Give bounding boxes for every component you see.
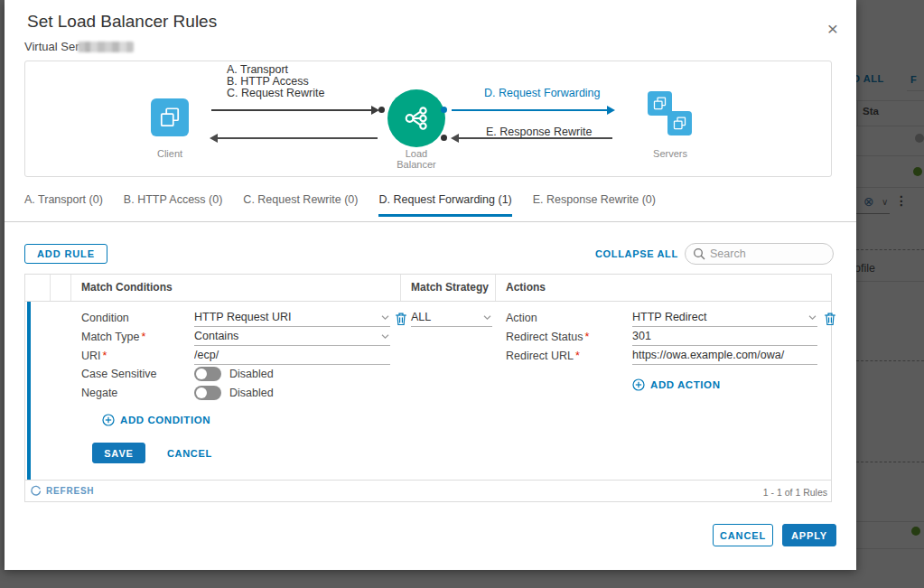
search-input[interactable] <box>710 247 818 260</box>
add-condition-button[interactable]: ADD CONDITION <box>102 414 210 426</box>
ingress-dot <box>378 107 385 113</box>
forwarding-label: D. Request Forwarding <box>484 87 601 99</box>
toggle-knob <box>196 387 207 398</box>
expanded-row-indicator <box>27 302 31 480</box>
tab-transport[interactable]: A. Transport (0) <box>24 193 103 217</box>
required-marker: * <box>141 331 145 343</box>
column-header-match-strategy: Match Strategy <box>411 281 489 294</box>
case-sensitive-toggle[interactable] <box>194 367 221 381</box>
required-marker: * <box>584 331 589 343</box>
chevron-down-icon <box>380 333 390 340</box>
action-label: Action <box>506 312 537 324</box>
client-request-arrow <box>211 109 371 111</box>
close-icon[interactable]: × <box>827 19 838 38</box>
chevron-down-icon <box>380 314 390 321</box>
required-marker: * <box>575 350 580 362</box>
chevron-down-icon <box>807 314 817 321</box>
response-dot <box>441 135 447 141</box>
forwarding-arrow <box>452 109 607 111</box>
column-header-match-conditions: Match Conditions <box>81 281 173 294</box>
grid-row-divider <box>25 480 831 481</box>
grid-header-divider <box>25 301 831 302</box>
search-box <box>685 243 834 265</box>
search-icon <box>693 247 705 260</box>
uri-label: URI* <box>81 350 107 362</box>
column-header-actions: Actions <box>506 281 546 294</box>
delete-action-trash-icon[interactable] <box>824 312 836 326</box>
client-icon <box>151 98 189 136</box>
dialog-cancel-button[interactable]: CANCEL <box>713 524 773 546</box>
plus-circle-icon <box>102 414 115 426</box>
match-type-select[interactable]: Contains <box>194 327 390 346</box>
add-rule-button[interactable]: ADD RULE <box>24 244 107 264</box>
collapse-all-button[interactable]: COLLAPSE ALL <box>595 248 678 259</box>
plus-circle-icon <box>632 378 645 391</box>
tab-http-access[interactable]: B. HTTP Access (0) <box>124 193 223 217</box>
screen: D ALL F Sta ⊗ ∨ ⋮ ofile Set Load Balance… <box>0 0 924 588</box>
tab-request-rewrite[interactable]: C. Request Rewrite (0) <box>243 193 358 217</box>
refresh-icon <box>30 485 42 497</box>
refresh-button[interactable]: REFRESH <box>30 485 94 497</box>
grid-item-count: 1 - 1 of 1 Rules <box>763 487 827 498</box>
server-icon <box>667 111 692 135</box>
negate-state: Disabled <box>229 387 274 399</box>
tab-request-forwarding[interactable]: D. Request Forwarding (1) <box>378 193 511 217</box>
grid-col-sep <box>400 275 401 301</box>
case-sensitive-state: Disabled <box>229 368 274 380</box>
grid-col-sep <box>70 275 71 301</box>
match-strategy-select[interactable]: ALL <box>411 308 492 327</box>
action-select[interactable]: HTTP Redirect <box>632 308 817 327</box>
grid-col-sep <box>495 275 496 301</box>
client-label: Client <box>143 148 197 159</box>
required-marker: * <box>103 350 107 362</box>
load-balancer-icon <box>387 89 445 147</box>
redirect-status-label: Redirect Status* <box>506 331 589 343</box>
uri-input[interactable] <box>194 346 390 365</box>
redirect-url-label: Redirect URL* <box>506 350 580 362</box>
servers-label: Servers <box>643 148 697 159</box>
set-load-balancer-rules-dialog: Set Load Balancer Rules × Virtual Server… <box>5 0 856 570</box>
cancel-rule-button[interactable]: CANCEL <box>167 448 212 459</box>
request-phase-labels: A. Transport B. HTTP Access C. Request R… <box>227 64 324 99</box>
grid-col-sep <box>50 275 51 301</box>
forwarding-dot <box>441 107 447 113</box>
phase-tabs: A. Transport (0) B. HTTP Access (0) C. R… <box>24 193 656 217</box>
delete-condition-trash-icon[interactable] <box>395 312 407 326</box>
redirect-url-input[interactable] <box>632 346 817 365</box>
negate-toggle[interactable] <box>194 386 221 400</box>
match-type-label: Match Type* <box>81 331 145 343</box>
client-response-arrowhead <box>210 134 218 143</box>
response-label: E. Response Rewrite <box>486 126 592 138</box>
add-action-button[interactable]: ADD ACTION <box>632 378 721 391</box>
dialog-title: Set Load Balancer Rules <box>27 12 217 32</box>
phase-c-label: C. Request Rewrite <box>227 88 324 99</box>
tab-response-rewrite[interactable]: E. Response Rewrite (0) <box>533 193 656 217</box>
forwarding-arrowhead <box>607 106 615 115</box>
negate-label: Negate <box>81 387 117 399</box>
condition-select[interactable]: HTTP Request URI <box>194 308 390 327</box>
load-balancer-label: Load Balancer <box>385 148 448 170</box>
toggle-knob <box>196 369 207 379</box>
case-sensitive-label: Case Sensitive <box>81 368 156 380</box>
virtual-server-value-redacted <box>78 42 134 52</box>
condition-label: Condition <box>81 312 129 324</box>
response-arrowhead <box>451 134 459 143</box>
chevron-down-icon <box>482 314 492 321</box>
tabs-divider <box>5 221 856 222</box>
dialog-apply-button[interactable]: APPLY <box>782 524 836 546</box>
redirect-status-input[interactable] <box>632 327 817 346</box>
client-response-arrow <box>218 137 378 139</box>
rule-phase-diagram: Client A. Transport B. HTTP Access C. Re… <box>24 61 832 177</box>
save-button[interactable]: SAVE <box>92 443 145 463</box>
